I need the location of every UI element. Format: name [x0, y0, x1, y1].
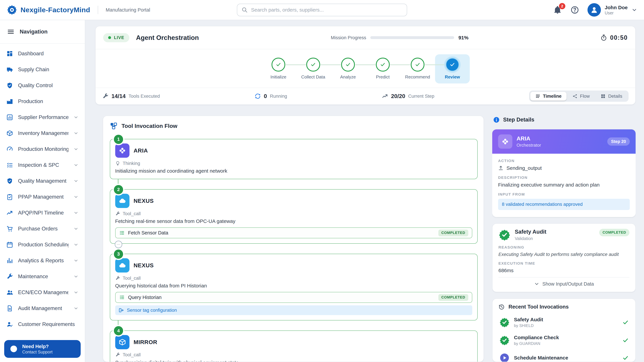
- step-label: Recommend: [405, 74, 430, 80]
- view-tab[interactable]: Flow: [567, 92, 595, 100]
- flow-step-card[interactable]: 1 ARIA Thinking Initializing mission and…: [110, 139, 478, 179]
- flow-step-card[interactable]: 2 NEXUS Tool_call Fetching real-time sen…: [110, 189, 478, 244]
- collapse-node[interactable]: ⋯: [115, 241, 122, 248]
- stepper-step[interactable]: Recommend: [400, 54, 435, 83]
- view-icon: [572, 94, 578, 99]
- tool-result-row[interactable]: Query Historian COMPLETED: [115, 292, 472, 303]
- topbar-actions: 2 John Doe User: [553, 3, 637, 16]
- menu-icon[interactable]: [7, 28, 14, 35]
- step-type-icon: [115, 352, 120, 357]
- sidebar-item[interactable]: Maintenance: [0, 269, 85, 285]
- tool-invocation-flow-card: Tool Invocation Flow 1 ARIA: [103, 116, 484, 362]
- help-button[interactable]: [570, 5, 579, 14]
- tool-result-row[interactable]: Fetch Sensor Data COMPLETED: [115, 227, 472, 238]
- check-icon: [622, 355, 629, 361]
- stat-running: 0 Running: [254, 93, 287, 99]
- sidebar-item-label: Production: [18, 98, 79, 104]
- sidebar-item-label: Production Monitoring: [18, 146, 68, 152]
- stats-bar: 14/14 Tools Executed 0 Running 20/20 Cur…: [96, 88, 636, 104]
- tool-name: Query Historian: [128, 295, 162, 300]
- flow-step-card[interactable]: 4 MIRROR Tool_call Synchronizing digital…: [110, 331, 478, 362]
- chevron-down-icon: [632, 7, 637, 13]
- step-description: Fetching real-time sensor data from OPC-…: [115, 218, 472, 224]
- sidebar-item[interactable]: Quality Management: [0, 173, 85, 189]
- sidebar-item[interactable]: Audit Management: [0, 301, 85, 317]
- mission-stepper: Initialize Collect Data Analyze: [96, 49, 636, 88]
- show-io-toggle[interactable]: Show Input/Output Data: [498, 277, 630, 289]
- nav-icon: [6, 98, 13, 105]
- recent-invocation-item[interactable]: Schedule Maintenance: [498, 349, 630, 362]
- live-dot: [108, 36, 111, 39]
- sidebar-item-label: Inspection & SPC: [18, 162, 68, 168]
- sidebar-item[interactable]: ECN/ECO Management: [0, 285, 85, 301]
- global-search[interactable]: [237, 4, 407, 16]
- sidebar-item[interactable]: PPAP Management: [0, 189, 85, 205]
- sidebar-item[interactable]: Inspection & SPC: [0, 157, 85, 173]
- sidebar-item[interactable]: Supplier Performance: [0, 109, 85, 125]
- stepper-step[interactable]: Analyze: [330, 54, 366, 83]
- stepper-step[interactable]: Initialize: [261, 54, 296, 83]
- chevron-down-icon: [74, 274, 78, 279]
- nav-icon: [6, 194, 13, 200]
- step-type-label: Thinking: [123, 161, 140, 166]
- running-value: 0: [264, 93, 267, 99]
- step-description: Initializing mission and coordinating ag…: [115, 168, 472, 174]
- step-label: Review: [445, 74, 460, 80]
- sidebar-item[interactable]: Inventory Management: [0, 125, 85, 141]
- agent-row: ARIA: [115, 143, 472, 158]
- recent-invocation-item[interactable]: Compliance Check by GUARDIAN: [498, 331, 630, 349]
- sidebar-item[interactable]: Production: [0, 93, 85, 109]
- mission-progress-bar: [370, 36, 454, 39]
- refresh-icon: [254, 93, 261, 99]
- invocation-name: Schedule Maintenance: [514, 355, 568, 361]
- chevron-down-icon: [74, 290, 78, 295]
- upload-icon: [498, 165, 504, 171]
- invocation-status-icon: [499, 317, 510, 328]
- chevron-down-icon: [74, 306, 78, 311]
- sidebar-item[interactable]: Analytics & Reports: [0, 253, 85, 269]
- sidebar-item[interactable]: Production Scheduling: [0, 237, 85, 253]
- active-agent-card: ARIA Orchestrator Step 20 ACTION Sending…: [492, 129, 636, 217]
- view-tab[interactable]: Details: [596, 92, 627, 100]
- sidebar-item[interactable]: Purchase Orders: [0, 221, 85, 237]
- stat-tools-executed: 14/14 Tools Executed: [102, 93, 160, 99]
- sidebar-item[interactable]: Customer Requirements: [0, 317, 85, 332]
- sidebar-item[interactable]: Production Monitoring: [0, 141, 85, 157]
- input-from-value[interactable]: 8 validated recommendations approved: [498, 199, 630, 210]
- invocation-status-icon: [499, 353, 510, 362]
- stepper-step[interactable]: Predict: [366, 54, 400, 83]
- sidebar-item-label: Inventory Management: [18, 130, 68, 136]
- brand[interactable]: Nexgile-FactoryMind Manufacturing Portal: [7, 5, 150, 15]
- user-menu[interactable]: John Doe User: [588, 3, 637, 16]
- sidebar-item-label: Supply Chain: [18, 66, 79, 72]
- step-type: Tool_call: [115, 211, 472, 216]
- avatar: [588, 3, 601, 16]
- sidebar-item[interactable]: Supply Chain: [0, 62, 85, 78]
- view-tab[interactable]: Timeline: [530, 92, 566, 100]
- step-number-badge: 4: [114, 326, 123, 335]
- tool-input-link[interactable]: Sensor tag configuration: [115, 305, 472, 315]
- nav-icon: [6, 305, 13, 312]
- list-icon: [119, 295, 125, 300]
- flow-step-card[interactable]: ⋯ 3 NEXUS Tool_call Queryi: [110, 254, 478, 321]
- nav-icon: [6, 82, 13, 89]
- history-icon: [498, 304, 505, 310]
- step-details-header: Step Details: [492, 116, 636, 123]
- help-pill[interactable]: Need Help? Contact Support: [4, 340, 81, 358]
- notifications-button[interactable]: 2: [553, 5, 562, 14]
- stepper-step[interactable]: Collect Data: [296, 54, 331, 83]
- brand-logo-icon: [7, 5, 17, 15]
- recent-invocation-item[interactable]: Safety Audit by SHIELD: [498, 313, 630, 331]
- main-area: LIVE Agent Orchestration Mission Progres…: [85, 20, 644, 362]
- sidebar-item[interactable]: Dashboard: [0, 46, 85, 62]
- topbar: Nexgile-FactoryMind Manufacturing Portal…: [0, 0, 644, 20]
- step-number-badge: 2: [114, 185, 123, 194]
- sidebar-item[interactable]: APQP/NPI Timeline: [0, 205, 85, 221]
- search-input[interactable]: [251, 7, 403, 13]
- agent-name: ARIA: [134, 147, 148, 154]
- sidebar-item[interactable]: Quality Control: [0, 78, 85, 93]
- step-details-title: Step Details: [503, 117, 534, 123]
- stepper-step[interactable]: Review: [435, 54, 470, 83]
- info-icon: [10, 345, 18, 353]
- view-icon: [600, 94, 606, 99]
